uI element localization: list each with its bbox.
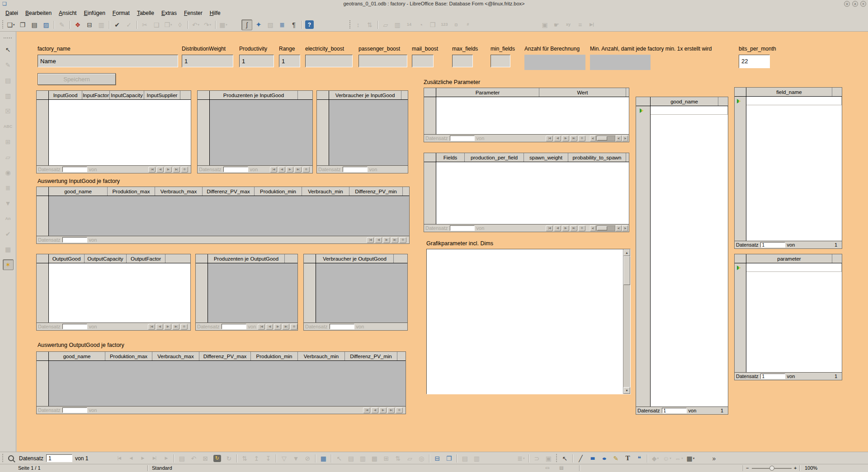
h-scrollbar[interactable]: < < >	[590, 225, 628, 231]
control-properties-icon[interactable]: ▤	[3, 75, 14, 86]
zoom-in-icon[interactable]: +	[794, 465, 797, 471]
print-preview-button[interactable]: ❐▾	[443, 453, 454, 464]
record-input[interactable]	[62, 324, 87, 329]
file-selection-button[interactable]: ❒▾	[427, 19, 438, 30]
column-header[interactable]: Differenz_PV_min	[349, 187, 403, 196]
label-field-icon[interactable]: ABC	[3, 121, 14, 132]
record-input[interactable]	[62, 237, 87, 243]
print-button[interactable]: ⊟▾	[84, 19, 95, 30]
frame-button[interactable]: ▣▾	[543, 453, 554, 464]
sort-descending-button[interactable]: ↧▾	[263, 453, 274, 464]
combo-box-icon[interactable]: ▼	[3, 198, 14, 209]
good-name-table[interactable]: good_name Datensatz 1 von 1	[636, 97, 728, 415]
record-button[interactable]: ▱▾	[380, 19, 391, 30]
zoom-slider-thumb[interactable]	[769, 466, 774, 471]
sort-button[interactable]: ⇅▾	[239, 453, 250, 464]
menu-format[interactable]: Format	[109, 9, 133, 17]
min-fields-input[interactable]	[491, 55, 510, 67]
column-header[interactable]: Verbrauch_max	[152, 352, 199, 360]
new-record-button[interactable]: ⊕	[578, 225, 585, 231]
sort-ascending-button[interactable]: ↥▾	[251, 453, 262, 464]
data-source-as-table-button[interactable]: ▦▾	[318, 453, 329, 464]
column-header[interactable]: Produktion_min	[251, 352, 298, 360]
inputgood-table[interactable]: InputGoodInputFactorInputCapacityInputSu…	[36, 90, 191, 173]
fields-table[interactable]: Fieldsproduction_per_fieldspawn_weightpr…	[424, 153, 629, 232]
current-row[interactable]	[651, 106, 728, 115]
column-header[interactable]: OutputCapacity	[85, 254, 127, 263]
maximize-icon[interactable]: ∧	[852, 1, 858, 7]
last-record-button[interactable]: ▶|	[570, 225, 577, 231]
table-body[interactable]	[746, 263, 842, 372]
text-tool[interactable]: T▾	[622, 453, 633, 464]
column-header[interactable]: Verbraucher je OutputGood	[316, 254, 394, 263]
spellcheck-button[interactable]: ✔▾	[112, 19, 123, 30]
prev-record-button[interactable]: ◀	[266, 324, 273, 330]
add-field-button[interactable]: ⊞▾	[381, 453, 392, 464]
open-design-button[interactable]: ▱▾	[404, 453, 415, 464]
scroll-up-button[interactable]: ▲	[623, 249, 630, 256]
alignment-button[interactable]: ≡▾	[575, 19, 585, 30]
produzenten-outputgood-table[interactable]: Produzenten je OutputGood Datensatz von …	[195, 254, 298, 331]
table-body[interactable]	[651, 106, 728, 407]
auto-spellcheck-button[interactable]: ✓▾	[123, 19, 134, 30]
table-body[interactable]	[49, 263, 190, 322]
snap-button[interactable]: ⊃▾	[531, 453, 542, 464]
table-body[interactable]	[746, 97, 842, 241]
record-input[interactable]	[343, 167, 368, 172]
table-body[interactable]	[49, 100, 191, 165]
record-input[interactable]	[450, 225, 475, 231]
outputgood-table[interactable]: OutputGoodOutputCapacityOutputFactor Dat…	[36, 254, 191, 331]
auswertung-inputgood-table[interactable]: good_nameProduktion_maxVerbrauch_maxDiff…	[36, 187, 410, 244]
new-record-button[interactable]: ⊕	[578, 136, 585, 141]
column-header[interactable]: Verbrauch_min	[298, 352, 345, 360]
first-record-button[interactable]: |◀▾	[113, 453, 124, 464]
first-record-button[interactable]: |◀	[148, 167, 156, 173]
clone-formatting-button[interactable]: ◊▾	[175, 19, 185, 30]
record-input[interactable]	[223, 167, 248, 172]
refresh-control-button[interactable]: ↻▾	[223, 453, 234, 464]
next-record-button[interactable]: ▶	[562, 136, 569, 141]
new-record-button[interactable]: ⊕	[399, 237, 406, 243]
prev-record-button[interactable]: ◀	[375, 237, 382, 243]
new-record-button[interactable]: ⊕	[181, 167, 188, 173]
control-properties-button[interactable]: ▤▾	[345, 453, 356, 464]
check-box-icon[interactable]: ☒	[3, 106, 14, 117]
callout-tool[interactable]: ❝▾	[634, 453, 645, 464]
distributionweight-input[interactable]: 1	[182, 55, 233, 67]
help-button[interactable]: ?▾	[305, 20, 314, 29]
delete-record-button[interactable]: ⊠▾	[200, 453, 211, 464]
export-pdf-button[interactable]: ❖▾	[72, 19, 83, 30]
insert-table-button[interactable]: ▦▾	[218, 19, 229, 30]
record-number-input[interactable]: 1	[46, 454, 72, 462]
record-input[interactable]	[222, 324, 246, 329]
scroll-left-button[interactable]: <	[590, 136, 596, 141]
table-body[interactable]	[436, 97, 629, 134]
new-record-button[interactable]: ⊕	[290, 324, 297, 330]
date-field-button[interactable]: 14▾	[404, 19, 415, 30]
record-input[interactable]	[62, 167, 87, 172]
list-box-icon[interactable]: ≣	[3, 182, 14, 193]
last-record-button[interactable]: ▶|	[570, 136, 577, 141]
print-preview-button[interactable]: ▥▾	[96, 19, 107, 30]
overflow-button[interactable]: »▾	[708, 453, 719, 464]
spin-button[interactable]: ↕▾	[353, 19, 363, 30]
redo-button[interactable]: ↷▾	[202, 19, 213, 30]
sort-button[interactable]: ⇅▾	[364, 19, 375, 30]
more-controls-icon[interactable]: ✔	[3, 229, 14, 239]
grid-control-button[interactable]: ▥▾	[471, 453, 482, 464]
scrollbar-thumb[interactable]	[597, 226, 607, 230]
basic-shapes-button[interactable]: ◆▾	[650, 453, 660, 464]
column-header[interactable]: Verbraucher je InputGood	[329, 91, 401, 99]
last-record-button[interactable]: ▶|	[391, 237, 398, 243]
scrollbar-track[interactable]	[596, 225, 615, 231]
prev-record-button[interactable]: ◀	[371, 407, 378, 413]
option-button-icon[interactable]: ◉	[3, 167, 14, 178]
prev-record-button[interactable]: ◀	[278, 167, 285, 173]
label-an-icon[interactable]: An	[3, 213, 14, 224]
new-record-button[interactable]: ⊕	[180, 324, 188, 330]
table-body[interactable]	[436, 162, 629, 224]
column-header[interactable]: Differenz_PV_max	[199, 352, 251, 360]
form-design-icon[interactable]: ▦	[3, 244, 14, 255]
menu-fenster[interactable]: Fenster	[180, 9, 206, 17]
auswertung-outputgood-table[interactable]: good_nameProduktion_maxVerbrauch_maxDiff…	[36, 351, 406, 414]
